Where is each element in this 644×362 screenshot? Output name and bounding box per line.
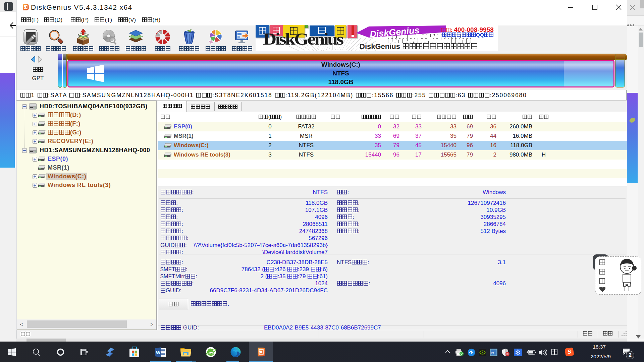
svg-text:int: int: [491, 351, 494, 354]
svg-text:W: W: [156, 350, 161, 355]
